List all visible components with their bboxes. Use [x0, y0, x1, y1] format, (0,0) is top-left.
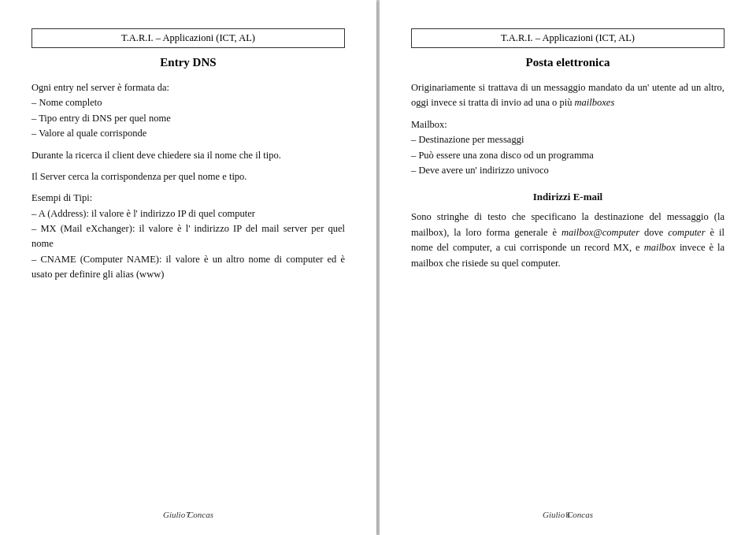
right-footer-page: 8	[565, 510, 570, 519]
right-para-1: Originariamente si trattava di un messag…	[411, 80, 724, 111]
left-para-3: Il Server cerca la corrispondenza per qu…	[32, 169, 345, 184]
page-left: T.A.R.I. – Applicazioni (ICT, AL) Entry …	[0, 0, 376, 535]
page-right-footer: Giulio Concas 8	[411, 503, 724, 519]
left-footer-page: 7	[186, 510, 191, 519]
page-right-title: Posta elettronica	[411, 56, 724, 69]
right-section-title: Indirizzi E-mail	[411, 189, 724, 205]
page-right-content: Originariamente si trattava di un messag…	[411, 80, 724, 510]
page-left-content: Ogni entry nel server è formata da: – No…	[32, 80, 345, 510]
page-right-header: T.A.R.I. – Applicazioni (ICT, AL)	[411, 28, 724, 48]
left-para-1: Ogni entry nel server è formata da: – No…	[32, 80, 345, 142]
left-para-2: Durante la ricerca il client deve chiede…	[32, 148, 345, 163]
page-left-footer: Giulio Concas 7	[32, 503, 345, 519]
right-para-3: Sono stringhe di testo che specificano l…	[411, 210, 724, 271]
left-para-4: Esempi di Tipi: – A (Address): il valore…	[32, 191, 345, 282]
page-right: T.A.R.I. – Applicazioni (ICT, AL) Posta …	[380, 0, 756, 535]
page-left-header: T.A.R.I. – Applicazioni (ICT, AL)	[32, 28, 345, 48]
right-para-2: Mailbox: – Destinazione per messaggi – P…	[411, 117, 724, 179]
spread-container: T.A.R.I. – Applicazioni (ICT, AL) Entry …	[0, 0, 756, 535]
page-left-title: Entry DNS	[32, 56, 345, 69]
